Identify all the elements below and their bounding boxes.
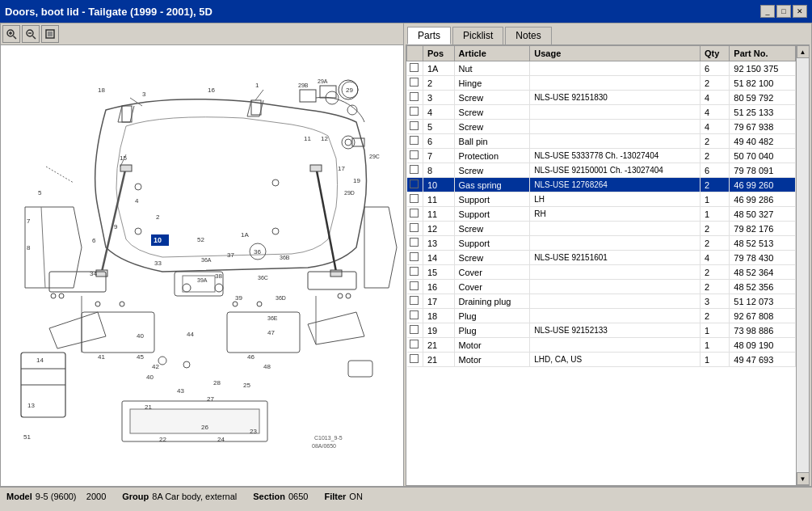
row-article: Gas spring [454, 178, 530, 192]
svg-rect-48 [348, 361, 372, 377]
svg-rect-30 [227, 312, 300, 353]
row-usage: RH [530, 207, 701, 222]
zoom-in-button[interactable] [2, 25, 20, 43]
svg-text:4: 4 [135, 197, 139, 205]
row-checkbox[interactable] [407, 192, 423, 207]
table-row[interactable]: 17Draining plug351 12 073 [407, 294, 796, 309]
row-usage [530, 265, 701, 280]
table-row[interactable]: 21Motor148 09 190 [407, 338, 796, 353]
svg-point-33 [233, 302, 238, 306]
fit-button[interactable] [41, 25, 59, 43]
table-row[interactable]: 11SupportRH148 50 327 [407, 207, 796, 222]
row-checkbox[interactable] [407, 134, 423, 149]
tab-parts[interactable]: Parts [407, 27, 451, 44]
scrollbar[interactable]: ▲ ▼ [796, 45, 809, 485]
table-row[interactable]: 21MotorLHD, CA, US149 47 693 [407, 353, 796, 367]
svg-text:45: 45 [137, 353, 144, 361]
row-checkbox[interactable] [407, 76, 423, 91]
row-usage [530, 280, 701, 294]
zoom-out-button[interactable] [22, 25, 40, 43]
svg-text:10: 10 [154, 236, 162, 244]
row-partno: 79 78 091 [730, 163, 796, 178]
table-row[interactable]: 10Gas springNLS-USE 12768264246 99 260 [407, 178, 796, 192]
row-checkbox[interactable] [407, 61, 423, 76]
row-checkbox[interactable] [407, 163, 423, 178]
row-checkbox[interactable] [407, 149, 423, 163]
close-button[interactable]: ✕ [793, 5, 807, 18]
row-checkbox[interactable] [407, 294, 423, 309]
row-article: Screw [454, 120, 530, 134]
table-row[interactable]: 15Cover248 52 364 [407, 265, 796, 280]
svg-rect-22 [330, 270, 342, 277]
table-row[interactable]: 3ScrewNLS-USE 92151830480 59 792 [407, 91, 796, 105]
row-pos: 21 [423, 353, 455, 367]
row-checkbox[interactable] [407, 338, 423, 353]
table-row[interactable]: 6Ball pin249 40 482 [407, 134, 796, 149]
row-pos: 3 [423, 91, 455, 105]
row-qty: 2 [701, 265, 730, 280]
row-partno: 50 70 040 [730, 149, 796, 163]
row-checkbox[interactable] [407, 265, 423, 280]
table-row[interactable]: 16Cover248 52 356 [407, 280, 796, 294]
table-scroll[interactable]: Pos Article Usage Qty Part No. 1ANut692 … [406, 45, 796, 485]
tab-notes[interactable]: Notes [505, 27, 551, 44]
row-qty: 1 [701, 323, 730, 338]
svg-text:29: 29 [346, 87, 353, 94]
svg-text:36A: 36A [201, 257, 212, 263]
col-header-article: Article [454, 46, 530, 61]
svg-text:C1013_9-5: C1013_9-5 [314, 435, 343, 441]
row-checkbox[interactable] [407, 91, 423, 105]
maximize-button[interactable]: □ [776, 5, 791, 18]
tab-picklist[interactable]: Picklist [452, 27, 503, 44]
row-partno: 46 99 286 [730, 192, 796, 207]
svg-point-32 [120, 302, 124, 306]
scroll-up-button[interactable]: ▲ [797, 45, 810, 58]
svg-point-40 [183, 284, 191, 292]
table-row[interactable]: 14ScrewNLS-USE 92151601479 78 430 [407, 251, 796, 265]
table-row[interactable]: 8ScrewNLS-USE 92150001 Ch. -13027404679 … [407, 163, 796, 178]
row-article: Screw [454, 163, 530, 178]
row-checkbox[interactable] [407, 251, 423, 265]
svg-point-52 [346, 294, 351, 298]
svg-text:29B: 29B [298, 82, 309, 88]
row-checkbox[interactable] [407, 105, 423, 120]
row-qty: 4 [701, 251, 730, 265]
row-checkbox[interactable] [407, 222, 423, 236]
minimize-button[interactable]: _ [760, 5, 775, 18]
row-article: Screw [454, 251, 530, 265]
row-checkbox[interactable] [407, 309, 423, 323]
row-usage [530, 294, 701, 309]
row-checkbox[interactable] [407, 178, 423, 192]
row-usage [530, 309, 701, 323]
diagram-toolbar [1, 23, 403, 45]
row-article: Screw [454, 91, 530, 105]
row-checkbox[interactable] [407, 353, 423, 367]
table-row[interactable]: 18Plug292 67 808 [407, 309, 796, 323]
row-checkbox[interactable] [407, 120, 423, 134]
row-checkbox[interactable] [407, 207, 423, 222]
table-row[interactable]: 7ProtectionNLS-USE 5333778 Ch. -13027404… [407, 149, 796, 163]
svg-point-24 [272, 179, 279, 186]
table-row[interactable]: 19PlugNLS-USE 92152133173 98 886 [407, 323, 796, 338]
row-checkbox[interactable] [407, 323, 423, 338]
table-row[interactable]: 1ANut692 150 375 [407, 61, 796, 76]
row-checkbox[interactable] [407, 236, 423, 251]
scroll-down-button[interactable]: ▼ [797, 472, 810, 485]
table-row[interactable]: 13Support248 52 513 [407, 236, 796, 251]
row-usage [530, 76, 701, 91]
svg-point-31 [95, 302, 100, 306]
svg-rect-8 [48, 32, 53, 36]
table-row[interactable]: 5Screw479 67 938 [407, 120, 796, 134]
table-row[interactable]: 4Screw451 25 133 [407, 105, 796, 120]
svg-text:11: 11 [304, 135, 311, 142]
title-bar-buttons: _ □ ✕ [760, 5, 807, 18]
svg-line-1 [14, 36, 17, 40]
row-qty: 2 [701, 149, 730, 163]
table-row[interactable]: 12Screw279 82 176 [407, 222, 796, 236]
svg-text:26: 26 [201, 424, 208, 431]
row-checkbox[interactable] [407, 280, 423, 294]
row-partno: 51 12 073 [730, 294, 796, 309]
table-row[interactable]: 2Hinge251 82 100 [407, 76, 796, 91]
table-row[interactable]: 11SupportLH146 99 286 [407, 192, 796, 207]
svg-point-26 [272, 228, 279, 234]
